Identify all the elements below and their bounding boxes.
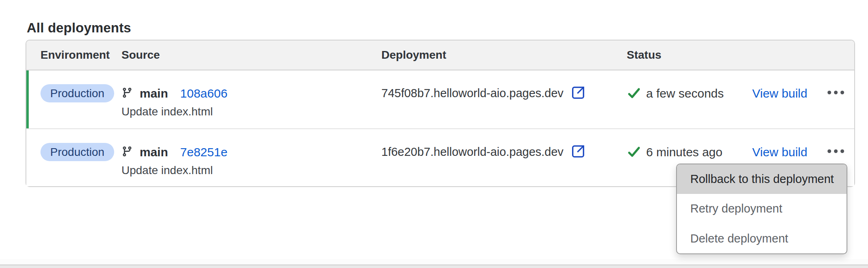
view-build-link[interactable]: View build bbox=[752, 143, 807, 161]
commit-message: Update index.html bbox=[121, 164, 381, 177]
section-divider-shadow bbox=[0, 266, 868, 268]
deployment-cell: 745f08b7.helloworld-aio.pages.dev bbox=[381, 70, 627, 128]
git-branch-icon bbox=[121, 146, 133, 159]
view-build-link[interactable]: View build bbox=[752, 84, 807, 102]
section-bottom-background bbox=[0, 259, 868, 264]
commit-link[interactable]: 7e8251e bbox=[180, 145, 228, 159]
menu-item-retry[interactable]: Retry deployment bbox=[677, 194, 847, 223]
environment-badge: Production bbox=[40, 143, 114, 161]
external-link-icon[interactable] bbox=[570, 143, 586, 161]
git-branch-icon bbox=[121, 87, 133, 100]
column-header-status: Status bbox=[627, 49, 854, 62]
deployment-url: 745f08b7.helloworld-aio.pages.dev bbox=[381, 87, 564, 100]
row-actions-ellipsis-icon[interactable] bbox=[827, 147, 845, 155]
branch-name: main bbox=[140, 145, 168, 159]
branch-name: main bbox=[140, 87, 168, 100]
menu-item-delete[interactable]: Delete deployment bbox=[677, 224, 847, 253]
deployment-actions-menu: Rollback to this deployment Retry deploy… bbox=[676, 164, 847, 254]
commit-message: Update index.html bbox=[121, 105, 381, 119]
column-header-source: Source bbox=[121, 49, 381, 62]
page-title: All deployments bbox=[27, 19, 131, 36]
environment-cell: Production bbox=[26, 70, 121, 128]
deployment-url: 1f6e20b7.helloworld-aio.pages.dev bbox=[381, 145, 564, 159]
environment-badge: Production bbox=[40, 84, 114, 102]
menu-item-rollback[interactable]: Rollback to this deployment bbox=[677, 164, 847, 194]
status-cell: a few seconds View build bbox=[627, 70, 854, 128]
external-link-icon[interactable] bbox=[570, 85, 586, 102]
commit-link[interactable]: 108a606 bbox=[180, 87, 228, 100]
column-header-environment: Environment bbox=[26, 49, 121, 62]
status-time: 6 minutes ago bbox=[646, 143, 722, 161]
check-icon bbox=[627, 145, 641, 161]
source-cell: main 7e8251e Update index.html bbox=[121, 129, 381, 186]
status-time: a few seconds bbox=[646, 84, 724, 102]
deployment-cell: 1f6e20b7.helloworld-aio.pages.dev bbox=[381, 129, 627, 186]
table-header: Environment Source Deployment Status bbox=[26, 40, 854, 70]
check-icon bbox=[627, 86, 641, 102]
source-cell: main 108a606 Update index.html bbox=[121, 70, 381, 128]
row-actions-ellipsis-icon[interactable] bbox=[827, 88, 845, 97]
deployment-row: Production main 108a606 Update index.htm… bbox=[26, 70, 854, 129]
environment-cell: Production bbox=[26, 129, 121, 186]
current-deployment-indicator bbox=[26, 70, 29, 128]
column-header-deployment: Deployment bbox=[381, 49, 627, 62]
